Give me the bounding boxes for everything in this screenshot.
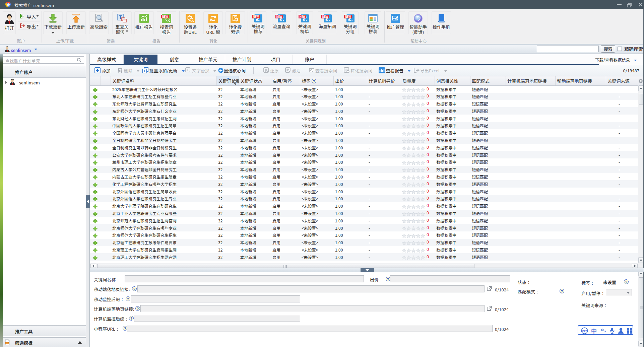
svg-text:iFLY: iFLY <box>582 330 587 332</box>
